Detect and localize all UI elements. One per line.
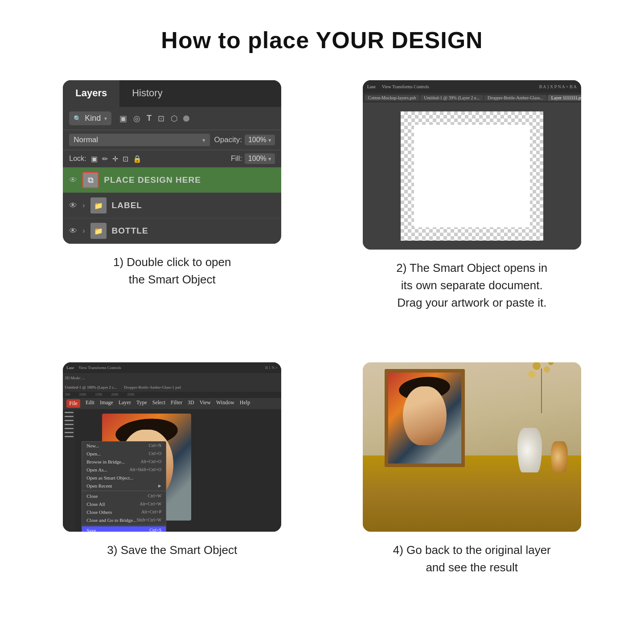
visibility-icon-design[interactable]: 👁 bbox=[69, 176, 77, 185]
ps-workspace-panel: Lase View Transforms Controls B A ⟩ X P … bbox=[363, 80, 581, 250]
ps-white-rect bbox=[414, 125, 530, 227]
menu-layer[interactable]: Layer bbox=[119, 399, 131, 408]
divider-1 bbox=[82, 491, 166, 491]
menu-close[interactable]: Close Ctrl+W bbox=[82, 492, 166, 500]
artwork-content bbox=[388, 373, 461, 464]
ps-topbar: Lase View Transforms Controls B A ⟩ X P … bbox=[363, 80, 581, 93]
menu-select[interactable]: Select bbox=[152, 399, 165, 408]
file-dropdown-menu: New... Ctrl+N Open... Ctrl+O Browse in B… bbox=[82, 441, 166, 532]
visibility-icon-label[interactable]: 👁 bbox=[69, 201, 77, 210]
sidebar-icon-2 bbox=[65, 416, 74, 417]
menu-open-smart[interactable]: Open as Smart Object... bbox=[82, 474, 166, 482]
layer-row-design[interactable]: 👁 ⧉ PLACE DESIGN HERE bbox=[63, 168, 281, 193]
type-filter-icon[interactable]: T bbox=[147, 114, 152, 123]
step1-label: 1) Double click to open the Smart Object bbox=[113, 254, 231, 288]
ps-document-tabs: Untitled-1 @ 100% (Layer 2 c... Dropper-… bbox=[63, 383, 281, 392]
menu-window[interactable]: Window bbox=[216, 399, 234, 408]
layer-name-bottle: BOTTLE bbox=[112, 226, 148, 236]
result-photo-inner bbox=[363, 362, 581, 532]
ps-canvas bbox=[401, 111, 543, 241]
sidebar-icon-3 bbox=[65, 420, 74, 421]
layer-name-label: LABEL bbox=[112, 201, 142, 210]
kind-label: Kind bbox=[85, 114, 101, 123]
layer-row-label[interactable]: 👁 › LABEL bbox=[63, 193, 281, 218]
layer-name-design: PLACE DESIGN HERE bbox=[104, 175, 201, 185]
step3-label: 3) Save the Smart Object bbox=[107, 541, 237, 559]
lock-transparent-icon[interactable]: ▣ bbox=[91, 155, 98, 163]
artwork-face-result bbox=[388, 373, 461, 464]
face-result bbox=[403, 386, 447, 446]
blend-mode-label: Normal bbox=[74, 135, 98, 144]
layers-kind-toolbar: 🔍 Kind ▾ ▣ ◎ T ⊡ ⬡ bbox=[63, 107, 281, 130]
ps-tab-3[interactable]: Dropper-Bottle-Amber-Glass... bbox=[484, 95, 547, 101]
ps-content-area: New... Ctrl+N Open... Ctrl+O Browse in B… bbox=[63, 409, 281, 532]
result-photo-panel bbox=[363, 362, 581, 532]
menu-3d[interactable]: 3D bbox=[188, 399, 194, 408]
sidebar-icon-5 bbox=[65, 428, 74, 429]
menu-view[interactable]: View bbox=[200, 399, 211, 408]
pixel-filter-icon[interactable]: ▣ bbox=[119, 114, 127, 123]
page-container: How to place YOUR DESIGN Layers History bbox=[0, 0, 644, 644]
lock-move-icon[interactable]: ✛ bbox=[112, 155, 118, 163]
ps-tab-1[interactable]: Cotton-Mockup-layers.psb bbox=[365, 95, 420, 101]
sidebar-icon-6 bbox=[65, 432, 74, 433]
filter-toggle[interactable] bbox=[183, 115, 189, 122]
kind-dropdown[interactable]: 🔍 Kind ▾ bbox=[69, 111, 111, 125]
cell-2: Lase View Transforms Controls B A ⟩ X P … bbox=[336, 80, 609, 336]
blend-mode-dropdown[interactable]: Normal ▾ bbox=[69, 134, 209, 146]
ps-menu-toolbar: 3D Mode: ... bbox=[63, 373, 281, 383]
layer-row-bottle[interactable]: 👁 › BOTTLE bbox=[63, 218, 281, 244]
step4-label: 4) Go back to the original layer and see… bbox=[393, 541, 551, 576]
ps-main-content: New... Ctrl+N Open... Ctrl+O Browse in B… bbox=[75, 409, 281, 532]
sidebar-icon-4 bbox=[65, 424, 74, 425]
layer-arrow-label[interactable]: › bbox=[82, 201, 85, 209]
menu-save[interactable]: Save Ctrl+S bbox=[82, 526, 166, 532]
menu-open-recent[interactable]: Open Recent ▶ bbox=[82, 482, 166, 490]
cell-3: Lase View Transforms Controls B ⟩ N × 3D… bbox=[36, 362, 309, 618]
divider-2 bbox=[82, 525, 166, 525]
menu-close-all[interactable]: Close All Alt+Ctrl+W bbox=[82, 500, 166, 508]
adjustment-filter-icon[interactable]: ◎ bbox=[133, 114, 140, 123]
menu-close-others[interactable]: Close Others Alt+Ctrl+P bbox=[82, 508, 166, 516]
lock-all-icon[interactable]: 🔒 bbox=[133, 155, 142, 163]
layer-thumb-design: ⧉ bbox=[82, 172, 98, 188]
opacity-value[interactable]: 100% ▾ bbox=[245, 135, 275, 145]
menu-items-bar: File Edit Image Layer Type Select Filter… bbox=[63, 398, 281, 409]
tab-history[interactable]: History bbox=[119, 80, 175, 107]
ps-tab-2[interactable]: Untitled-1 @ 39% (Layer 2 e... bbox=[420, 95, 483, 101]
menu-open[interactable]: Open... Ctrl+O bbox=[82, 450, 166, 458]
opacity-label: Opacity: bbox=[214, 135, 242, 144]
menu-image[interactable]: Image bbox=[100, 399, 113, 408]
cell-1: Layers History 🔍 Kind ▾ ▣ ◎ bbox=[36, 80, 309, 336]
menu-filter[interactable]: Filter bbox=[171, 399, 182, 408]
ps-tab-4[interactable]: Layer 1111111.psb @ 22%... bbox=[548, 95, 581, 101]
page-title: How to place YOUR DESIGN bbox=[161, 27, 483, 53]
smart-filter-icon[interactable]: ⬡ bbox=[171, 114, 178, 123]
layer-arrow-bottle[interactable]: › bbox=[82, 227, 85, 235]
lock-fill-row: Lock: ▣ ✏ ✛ ⊡ 🔒 Fill: 100% ▾ bbox=[63, 150, 281, 168]
lock-paint-icon[interactable]: ✏ bbox=[102, 155, 108, 163]
menu-open-as[interactable]: Open As... Alt+Shift+Ctrl+O bbox=[82, 466, 166, 474]
visibility-icon-bottle[interactable]: 👁 bbox=[69, 226, 77, 236]
lock-artboard-icon[interactable]: ⊡ bbox=[123, 155, 128, 163]
main-grid: Layers History 🔍 Kind ▾ ▣ ◎ bbox=[36, 80, 608, 617]
framed-artwork bbox=[385, 369, 465, 467]
menu-close-bridge[interactable]: Close and Go to Bridge... Shift+Ctrl+W bbox=[82, 516, 166, 524]
flower-head-1 bbox=[533, 362, 541, 370]
layer-filter-icons: ▣ ◎ T ⊡ ⬡ bbox=[119, 114, 178, 123]
menu-edit[interactable]: Edit bbox=[86, 399, 94, 408]
menu-browse-bridge[interactable]: Browse in Bridge... Alt+Ctrl+O bbox=[82, 458, 166, 466]
ps-save-panel: Lase View Transforms Controls B ⟩ N × 3D… bbox=[63, 362, 281, 532]
ps-menu-topbar: Lase View Transforms Controls B ⟩ N × bbox=[63, 362, 281, 373]
shape-filter-icon[interactable]: ⊡ bbox=[158, 114, 164, 123]
layer-thumb-label bbox=[90, 197, 107, 213]
tab-layers[interactable]: Layers bbox=[63, 80, 119, 107]
menu-type[interactable]: Type bbox=[136, 399, 147, 408]
menu-help[interactable]: Help bbox=[240, 399, 250, 408]
fill-label: Fill: bbox=[231, 155, 242, 163]
ps-canvas-area bbox=[363, 103, 581, 250]
fill-value[interactable]: 100% ▾ bbox=[245, 153, 275, 164]
sidebar-icon-1 bbox=[65, 412, 74, 413]
menu-file[interactable]: File bbox=[66, 399, 80, 408]
menu-new[interactable]: New... Ctrl+N bbox=[82, 442, 166, 450]
